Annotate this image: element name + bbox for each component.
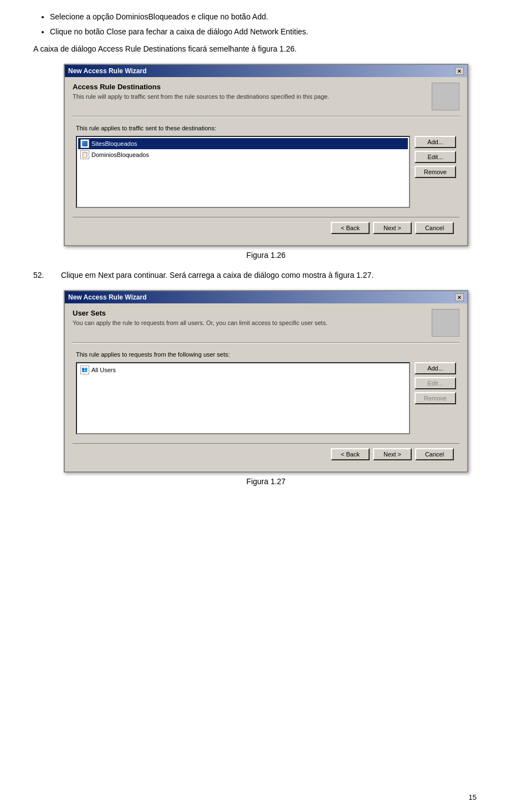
listbox-item-domains-label: DominiosBloqueados [91, 151, 149, 158]
dialog-fig1-edit-button[interactable]: Edit... [415, 151, 456, 163]
dialog-fig1-applies-text: This rule applies to traffic sent to the… [76, 125, 456, 131]
dialog-fig2-title: New Access Rule Wizard [68, 293, 147, 301]
step52-num: 52. [33, 270, 61, 281]
dialog-fig1-footer: < Back Next > Cancel [73, 217, 459, 238]
dialog-fig1-header-title: Access Rule Destinations [73, 83, 426, 91]
bullet-item-1: Selecione a opção DominiosBloqueados e c… [50, 11, 499, 23]
step52-text: Clique em Next para continuar. Será carr… [61, 270, 499, 281]
dialog-fig2-add-button[interactable]: Add... [415, 362, 456, 374]
dialog-fig2-header-desc: You can apply the rule to requests from … [73, 319, 426, 327]
dialog-fig2-listbox[interactable]: All Users [76, 362, 410, 434]
dialog-fig1-header-desc: This rule will apply to traffic sent fro… [73, 93, 426, 101]
dialog-fig2-right-buttons: Add... Edit... Remove [415, 362, 456, 434]
dialog-fig2-content: This rule applies to requests from the f… [73, 347, 459, 439]
dialog-fig2-edit-button[interactable]: Edit... [415, 377, 456, 389]
dialog-fig2-remove-button[interactable]: Remove [415, 392, 456, 404]
dialog-fig1-main-row: SitesBloqueados DominiosBloqueados Add..… [76, 136, 456, 208]
dialog-fig1: New Access Rule Wizard × Access Rule Des… [64, 64, 468, 246]
listbox-item-allusers[interactable]: All Users [78, 364, 408, 375]
users-icon [80, 366, 89, 374]
dialog-fig1-right-buttons: Add... Edit... Remove [415, 136, 456, 208]
dialog-fig1-body: Access Rule Destinations This rule will … [65, 77, 467, 245]
dialog-fig2-header-section: User Sets You can apply the rule to requ… [73, 309, 459, 337]
dialog-fig1-header-text: Access Rule Destinations This rule will … [73, 83, 426, 110]
step52: 52. Clique em Next para continuar. Será … [33, 270, 499, 281]
listbox-item-sites-label: SitesBloqueados [91, 140, 137, 147]
dialog-fig2: New Access Rule Wizard × User Sets You c… [64, 290, 468, 473]
dialog-fig1-header-icon [432, 83, 459, 110]
dialog-fig1-separator [73, 116, 459, 117]
dialog-fig2-close-button[interactable]: × [455, 293, 464, 301]
dialog-fig1-add-button[interactable]: Add... [415, 136, 456, 148]
dialog-fig2-body: User Sets You can apply the rule to requ… [65, 303, 467, 471]
dialog-fig2-footer: < Back Next > Cancel [73, 443, 459, 465]
dialog-fig2-next-button[interactable]: Next > [373, 448, 412, 460]
dialog-fig2-header-icon [432, 309, 459, 337]
dialog-fig2-applies-text: This rule applies to requests from the f… [76, 351, 456, 358]
dialog-fig2-main-row: All Users Add... Edit... Remove [76, 362, 456, 434]
dialog-fig2-back-button[interactable]: < Back [331, 448, 370, 460]
figure2-caption: Figura 1.27 [33, 477, 499, 486]
domains-icon [80, 150, 89, 159]
sites-icon [80, 139, 89, 148]
dialog-fig2-titlebar: New Access Rule Wizard × [65, 291, 467, 303]
dialog-fig1-title: New Access Rule Wizard [68, 67, 147, 75]
dialog-fig1-listbox[interactable]: SitesBloqueados DominiosBloqueados [76, 136, 410, 208]
figure2-wrapper: New Access Rule Wizard × User Sets You c… [33, 290, 499, 473]
listbox-item-allusers-label: All Users [91, 367, 116, 373]
dialog-fig1-cancel-button[interactable]: Cancel [415, 222, 454, 234]
dialog-fig1-remove-button[interactable]: Remove [415, 166, 456, 178]
dialog-fig2-header-title: User Sets [73, 309, 426, 317]
intro-text: A caixa de diálogo Access Rule Destinati… [33, 43, 499, 55]
dialog-fig2-separator [73, 342, 459, 343]
listbox-item-domains[interactable]: DominiosBloqueados [78, 149, 408, 160]
dialog-fig1-next-button[interactable]: Next > [373, 222, 412, 234]
dialog-fig2-header-text: User Sets You can apply the rule to requ… [73, 309, 426, 337]
dialog-fig1-back-button[interactable]: < Back [331, 222, 370, 234]
dialog-fig2-cancel-button[interactable]: Cancel [415, 448, 454, 460]
page-number: 15 [469, 793, 477, 801]
dialog-fig1-content: This rule applies to traffic sent to the… [73, 120, 459, 212]
bullet-list: Selecione a opção DominiosBloqueados e c… [33, 11, 499, 38]
figure1-caption: Figura 1.26 [33, 251, 499, 260]
dialog-fig1-header-section: Access Rule Destinations This rule will … [73, 83, 459, 110]
figure1-wrapper: New Access Rule Wizard × Access Rule Des… [33, 64, 499, 246]
listbox-item-sites[interactable]: SitesBloqueados [78, 138, 408, 149]
dialog-fig1-close-button[interactable]: × [455, 67, 464, 75]
bullet-item-2: Clique no botão Close para fechar a caix… [50, 26, 499, 38]
dialog-fig1-titlebar: New Access Rule Wizard × [65, 65, 467, 77]
